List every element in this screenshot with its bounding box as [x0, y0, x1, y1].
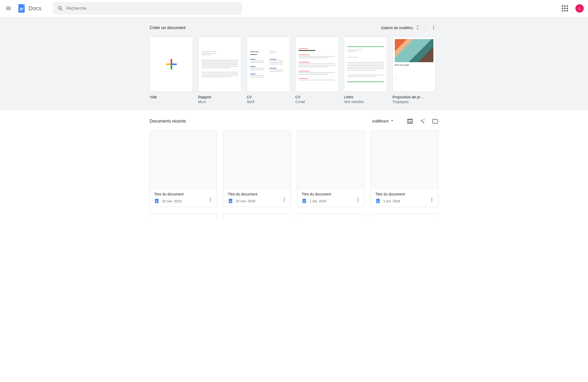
svg-point-19 — [210, 198, 211, 199]
svg-rect-24 — [230, 201, 232, 202]
document-thumb — [150, 131, 217, 188]
svg-rect-31 — [303, 201, 305, 202]
main-menu-button[interactable] — [2, 2, 15, 15]
header: Docs L — [0, 0, 588, 17]
more-vert-icon — [355, 197, 361, 203]
open-file-picker-button[interactable] — [432, 118, 438, 124]
sort-button[interactable]: AZ — [419, 118, 426, 124]
tropic-title: Nom du projet — [395, 64, 433, 66]
document-title: Titre du document — [375, 192, 434, 196]
svg-rect-23 — [230, 201, 232, 201]
template-gallery-section: Créer un document Galerie de modèles — [0, 17, 588, 110]
template-name: CV — [247, 95, 290, 99]
svg-rect-17 — [156, 201, 158, 202]
plus-multicolor-icon — [165, 58, 178, 71]
list-view-button[interactable] — [407, 118, 413, 124]
template-cv-serif[interactable]: Votre nom — [247, 37, 290, 104]
template-gallery-heading: Créer un document — [150, 25, 186, 30]
svg-rect-3 — [20, 10, 22, 10]
svg-point-42 — [431, 201, 432, 202]
ownership-filter[interactable]: Indifférent — [371, 117, 396, 125]
docs-file-icon — [154, 198, 159, 204]
recent-heading: Documents récents — [150, 119, 186, 124]
template-subtitle: Vert menthe — [344, 100, 387, 104]
template-name: Rapport — [198, 95, 242, 99]
svg-rect-30 — [303, 201, 305, 201]
hamburger-icon — [5, 5, 12, 12]
list-view-icon — [407, 118, 413, 124]
svg-text:A: A — [421, 119, 423, 122]
template-name: Vide — [150, 95, 193, 99]
svg-point-26 — [284, 198, 285, 199]
svg-rect-39 — [377, 202, 378, 202]
ownership-filter-label: Indifférent — [372, 119, 388, 123]
document-more-button[interactable] — [280, 196, 288, 204]
document-card[interactable]: Titre du document 25 nov. 2019 — [150, 130, 217, 207]
svg-point-34 — [358, 199, 358, 200]
document-card-peek[interactable] — [150, 213, 217, 219]
app-logo[interactable]: Docs — [17, 4, 41, 13]
document-title: Titre du document — [302, 192, 360, 196]
document-card[interactable]: Titre du document 25 nov. 2019 — [223, 130, 291, 207]
recent-documents-section: Documents récents Indifférent AZ — [0, 110, 588, 234]
app-title: Docs — [28, 5, 41, 12]
svg-rect-37 — [377, 201, 379, 201]
svg-point-27 — [284, 199, 285, 200]
svg-point-20 — [210, 199, 211, 200]
template-lettre-vert-menthe[interactable]: Lettre Vert menthe — [344, 37, 387, 104]
template-subtitle: Tropiques — [392, 100, 436, 104]
document-date: 1 oct. 2019 — [383, 199, 400, 203]
svg-point-41 — [431, 199, 432, 200]
svg-rect-2 — [20, 9, 23, 9]
document-card-peek[interactable] — [297, 213, 365, 219]
template-gallery-expand-button[interactable]: Galerie de modèles — [379, 23, 422, 33]
docs-file-icon — [375, 198, 381, 204]
google-apps-button[interactable] — [559, 2, 571, 15]
divider — [426, 24, 426, 31]
docs-icon — [17, 4, 26, 13]
document-more-button[interactable] — [354, 196, 362, 204]
svg-rect-1 — [20, 8, 23, 8]
template-gallery-more-button[interactable] — [429, 23, 438, 33]
svg-point-35 — [358, 201, 358, 202]
document-more-button[interactable] — [206, 196, 215, 204]
template-subtitle: Corail — [295, 100, 339, 104]
document-thumb — [297, 131, 364, 188]
svg-point-28 — [284, 201, 285, 202]
search-input[interactable] — [66, 6, 240, 11]
sort-az-icon: AZ — [419, 118, 426, 124]
search-bar[interactable] — [53, 2, 242, 15]
document-card[interactable]: Titre du document 1 oct. 2019 — [297, 130, 365, 207]
document-more-button[interactable] — [428, 196, 436, 204]
svg-rect-7 — [171, 59, 172, 64]
document-card-peek[interactable] — [223, 213, 291, 219]
account-avatar[interactable]: L — [575, 4, 584, 13]
template-cv-corail[interactable]: CV Corail — [295, 37, 339, 104]
template-name: Proposition de pr… — [392, 95, 436, 99]
svg-rect-38 — [377, 201, 379, 202]
svg-rect-25 — [230, 202, 231, 202]
document-card-peek[interactable] — [371, 213, 438, 219]
document-thumb — [371, 131, 438, 188]
template-rapport-mla[interactable]: Rapport MLA — [198, 37, 242, 104]
template-blank[interactable]: Vide — [150, 37, 193, 104]
document-title: Titre du document — [154, 192, 213, 196]
document-grid: Titre du document 25 nov. 2019 Titre du … — [150, 130, 438, 219]
svg-point-40 — [431, 198, 432, 199]
template-proposition-tropiques[interactable]: Nom du projet —— — —— — —— — Proposition… — [392, 37, 436, 104]
more-vert-icon — [431, 25, 436, 31]
docs-file-icon — [228, 198, 233, 204]
document-date: 25 nov. 2019 — [236, 199, 255, 203]
document-date: 1 oct. 2019 — [309, 199, 326, 203]
document-title: Titre du document — [228, 192, 286, 196]
svg-point-5 — [433, 27, 434, 28]
document-date: 25 nov. 2019 — [162, 199, 181, 203]
template-name: Lettre — [344, 95, 387, 99]
apps-grid-icon — [562, 5, 568, 12]
svg-point-6 — [433, 29, 434, 29]
svg-text:Z: Z — [423, 121, 424, 124]
svg-rect-11 — [171, 63, 172, 65]
svg-rect-8 — [171, 65, 172, 70]
svg-rect-10 — [172, 63, 177, 65]
document-card[interactable]: Titre du document 1 oct. 2019 — [371, 130, 438, 207]
